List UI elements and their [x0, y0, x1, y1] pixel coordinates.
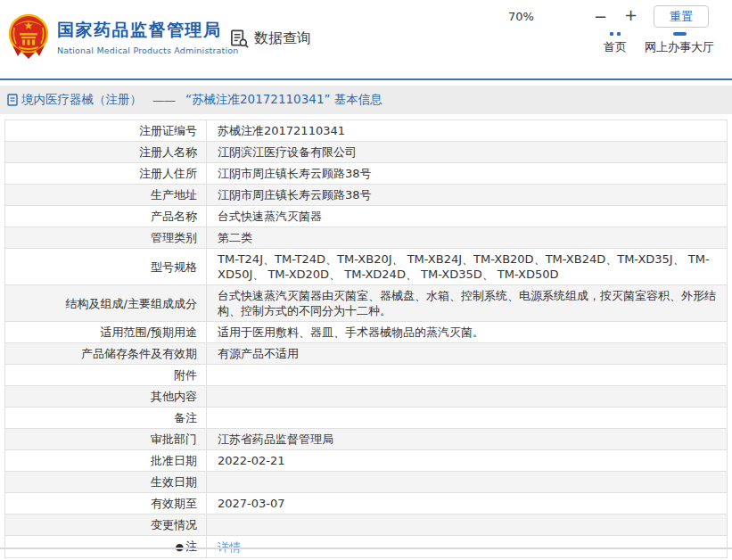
row-label: 注册证编号 — [5, 120, 206, 141]
row-value: 有源产品不适用 — [206, 343, 727, 364]
table-row: 审批部门 江苏省药品监督管理局 — [5, 429, 727, 450]
table-row: 产品储存条件及有效期 有源产品不适用 — [5, 343, 727, 365]
row-label: 注册人名称 — [5, 142, 206, 162]
row-label: 型号规格 — [5, 257, 206, 277]
row-value: 适用于医用敷料、器皿、手术器械物品的蒸汽灭菌。 — [206, 322, 727, 342]
breadcrumb: 境内医疗器械（注册） —— “苏械注准20172110341” 基本信息 — [0, 86, 732, 114]
table-row: 附件 — [5, 365, 727, 386]
breadcrumb-dash: —— — [152, 93, 175, 107]
data-query-icon — [230, 29, 249, 48]
row-label: 适用范围/预期用途 — [5, 322, 206, 342]
table-row: 注册人住所 江阴市周庄镇长寿云顾路38号 — [5, 163, 727, 185]
table-row: 生产地址 江阴市周庄镇长寿云顾路38号 — [5, 185, 727, 206]
row-value: TM-T24J、TM-T24D、TM-XB20J、 TM-XB24J、TM-XB… — [206, 249, 727, 284]
document-icon — [7, 94, 18, 106]
service-hall-link[interactable]: 网上办事大厅 — [638, 32, 720, 55]
row-label: 管理类别 — [5, 227, 206, 248]
row-value — [206, 472, 727, 492]
home-icon — [610, 32, 621, 36]
data-query-label: 数据查询 — [254, 29, 311, 48]
row-label: 生效日期 — [5, 472, 206, 492]
table-row: 结构及组成/主要组成成分 台式快速蒸汽灭菌器由灭菌室、器械盘、水箱、控制系统、电… — [5, 285, 727, 322]
row-value — [206, 386, 727, 407]
zoom-percent: 70% — [508, 10, 534, 23]
row-label: 备注 — [5, 408, 206, 428]
table-row: 其他内容 — [5, 386, 727, 408]
header: 国家药品监督管理局 National Medical Products Admi… — [0, 0, 732, 80]
zoom-in-button[interactable]: + — [624, 7, 637, 23]
row-value: 详情 — [206, 536, 727, 557]
row-label: 产品名称 — [5, 206, 206, 226]
breadcrumb-section: 境内医疗器械（注册） — [21, 92, 142, 108]
row-value: 江苏省药品监督管理局 — [206, 429, 727, 449]
row-value: 台式快速蒸汽灭菌器由灭菌室、器械盘、水箱、控制系统、电源系统组成，按灭菌室容积、… — [206, 285, 727, 321]
table-row: 批准日期 2022-02-21 — [5, 450, 727, 472]
row-label: ●注 — [5, 536, 206, 557]
details-link[interactable]: 详情 — [218, 539, 241, 555]
table-row: 生效日期 — [5, 472, 727, 493]
brand-text: 国家药品监督管理局 National Medical Products Admi… — [57, 19, 239, 55]
row-label: 其他内容 — [5, 386, 206, 407]
brand-home-link[interactable]: 国家药品监督管理局 National Medical Products Admi… — [7, 13, 239, 60]
row-label: 有效期至 — [5, 493, 206, 514]
table-row: 备注 — [5, 408, 727, 429]
row-label: 产品储存条件及有效期 — [5, 343, 206, 364]
table-row: 有效期至 2027-03-07 — [5, 493, 727, 515]
row-value — [206, 408, 727, 428]
row-value: 江阴市周庄镇长寿云顾路38号 — [206, 185, 727, 205]
row-label: 生产地址 — [5, 185, 206, 205]
org-name-en: National Medical Products Administration — [57, 45, 239, 55]
row-label: 批准日期 — [5, 450, 206, 471]
table-row: 注册人名称 江阴滨江医疗设备有限公司 — [5, 142, 727, 163]
page-title: “苏械注准20172110341” 基本信息 — [185, 92, 382, 108]
table-row: 产品名称 台式快速蒸汽灭菌器 — [5, 206, 727, 227]
row-value: 2027-03-07 — [206, 493, 727, 514]
row-label: 变更情况 — [5, 515, 206, 535]
row-label: 审批部门 — [5, 429, 206, 449]
service-hall-icon — [673, 32, 687, 36]
zoom-out-button[interactable]: − — [594, 9, 607, 25]
row-value: 江阴市周庄镇长寿云顾路38号 — [206, 163, 727, 184]
row-value: 第二类 — [206, 227, 727, 248]
data-query-nav[interactable]: 数据查询 — [230, 29, 311, 48]
row-value — [206, 365, 727, 385]
home-link-label: 首页 — [604, 39, 627, 55]
table-row: 适用范围/预期用途 适用于医用敷料、器皿、手术器械物品的蒸汽灭菌。 — [5, 322, 727, 343]
row-value: 江阴滨江医疗设备有限公司 — [206, 142, 727, 162]
reset-button[interactable]: 重置 — [654, 5, 709, 28]
row-label: 附件 — [5, 365, 206, 385]
row-value: 台式快速蒸汽灭菌器 — [206, 206, 727, 226]
row-label: 结构及组成/主要组成成分 — [5, 293, 206, 314]
home-link[interactable]: 首页 — [596, 32, 635, 55]
row-label: 注册人住所 — [5, 163, 206, 184]
info-table: 注册证编号 苏械注准20172110341 注册人名称 江阴滨江医疗设备有限公司… — [4, 119, 728, 558]
org-name-cn: 国家药品监督管理局 — [57, 19, 239, 42]
table-row: 注册证编号 苏械注准20172110341 — [5, 120, 727, 142]
service-hall-label: 网上办事大厅 — [645, 39, 714, 55]
row-value: 苏械注准20172110341 — [206, 120, 727, 141]
table-row: 管理类别 第二类 — [5, 227, 727, 249]
table-row: 变更情况 — [5, 515, 727, 536]
table-row: 型号规格 TM-T24J、TM-T24D、TM-XB20J、 TM-XB24J、… — [5, 249, 727, 285]
page: 国家药品监督管理局 National Medical Products Admi… — [0, 0, 732, 560]
row-value — [206, 515, 727, 535]
bottom-divider — [0, 548, 732, 549]
national-emblem-icon — [7, 13, 50, 60]
row-value: 2022-02-21 — [206, 450, 727, 471]
